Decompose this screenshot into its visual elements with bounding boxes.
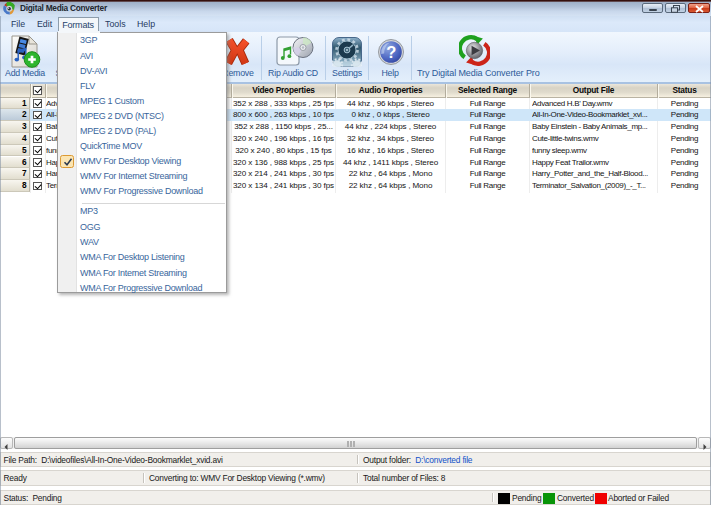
- svg-text:?: ?: [386, 43, 396, 61]
